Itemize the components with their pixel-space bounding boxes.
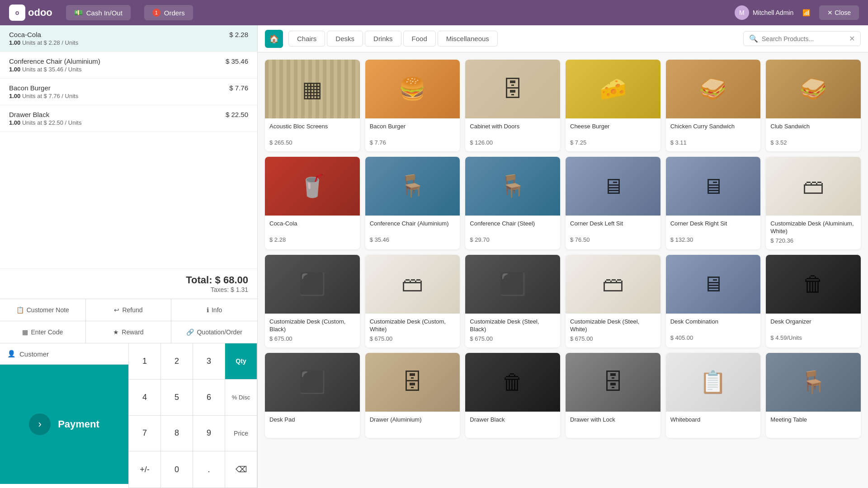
product-card[interactable]: 🪑 Meeting Table	[766, 353, 861, 438]
payment-button[interactable]: › Payment	[0, 365, 128, 484]
customer-icon: 👤	[7, 350, 16, 358]
product-info: Desk Pad	[265, 412, 360, 438]
product-image-icon: 🧀	[599, 76, 627, 102]
product-card[interactable]: ⬛ Desk Pad	[265, 353, 360, 438]
product-card[interactable]: 🗃 Customizable Desk (Steel, White) $ 675…	[566, 255, 660, 347]
product-image: 🪑	[766, 353, 861, 412]
product-image: 🗄	[365, 353, 460, 412]
numpad-key-Price[interactable]: Price	[225, 416, 257, 452]
odoo-logo-text: odoo	[28, 7, 52, 19]
close-button[interactable]: ✕ Close	[819, 5, 859, 20]
product-card[interactable]: 🗄 Drawer (Aluminium)	[365, 353, 460, 438]
order-item[interactable]: Bacon Burger 1.00 Units at $ 7.76 / Unit…	[0, 79, 257, 105]
numpad-key-6[interactable]: 6	[193, 380, 225, 416]
numpad-key-Qty[interactable]: Qty	[225, 343, 257, 380]
search-input[interactable]	[762, 35, 845, 42]
category-btn-chairs[interactable]: Chairs	[288, 31, 325, 47]
product-name: Meeting Table	[770, 416, 856, 431]
product-image: 🖥	[666, 157, 761, 216]
product-name: Customizable Desk (Steel, Black)	[470, 318, 556, 333]
product-image-icon: 🗃	[401, 272, 423, 296]
numpad-area: 👤 Customer › Payment 123Qty456% Disc789P…	[0, 343, 257, 488]
product-card[interactable]: 🗑 Drawer Black	[465, 353, 560, 438]
numpad-key-[interactable]: .	[193, 451, 225, 488]
product-card[interactable]: 🗑 Desk Organizer $ 4.59/Units	[766, 255, 861, 347]
bottom-btn-reward[interactable]: ★Reward	[86, 321, 172, 343]
action-btn-info[interactable]: ℹInfo	[171, 299, 257, 321]
product-price: $ 7.76	[370, 139, 456, 146]
product-card[interactable]: 🖥 Desk Combination $ 405.00	[666, 255, 761, 347]
numpad-key--[interactable]: +/-	[129, 451, 161, 488]
action-btn-customer-note[interactable]: 📋Customer Note	[0, 299, 86, 321]
category-btn-drinks[interactable]: Drinks	[365, 31, 401, 47]
customer-button[interactable]: 👤 Customer	[0, 343, 128, 365]
left-panel: Coca-Cola 1.00 Units at $ 2.28 / Units $…	[0, 25, 258, 488]
payment-label: Payment	[58, 418, 99, 430]
product-card[interactable]: 🪑 Conference Chair (Steel) $ 29.70	[465, 157, 560, 249]
numpad-key-0[interactable]: 0	[161, 451, 193, 488]
order-item[interactable]: Coca-Cola 1.00 Units at $ 2.28 / Units $…	[0, 25, 257, 52]
product-card[interactable]: 🥪 Club Sandwich $ 3.52	[766, 60, 861, 151]
numpad-key-[interactable]: ⌫	[225, 451, 257, 488]
numpad-key-9[interactable]: 9	[193, 416, 225, 452]
numpad-key-8[interactable]: 8	[161, 416, 193, 452]
home-button[interactable]: 🏠	[265, 30, 283, 48]
product-image-icon: 🥪	[800, 76, 827, 102]
numpad-key-1[interactable]: 1	[129, 343, 161, 380]
product-price: $ 76.50	[570, 236, 656, 243]
orders-button[interactable]: 1 Orders	[144, 5, 193, 20]
numpad-key-5[interactable]: 5	[161, 380, 193, 416]
action-btn-refund[interactable]: ↩Refund	[86, 299, 172, 321]
product-price: $ 265.50	[269, 139, 355, 146]
header: o odoo 💵 Cash In/Out 1 Orders M Mitchell…	[0, 0, 868, 25]
product-card[interactable]: 🥪 Chicken Curry Sandwich $ 3.11	[666, 60, 761, 151]
product-card[interactable]: 🥤 Coca-Cola $ 2.28	[265, 157, 360, 249]
product-card[interactable]: 🗃 Customizable Desk (Custom, White) $ 67…	[365, 255, 460, 347]
product-image: 🗑	[465, 353, 560, 412]
order-item[interactable]: Conference Chair (Aluminium) 1.00 Units …	[0, 52, 257, 79]
product-info: Meeting Table	[766, 412, 861, 438]
orders-badge: 1	[152, 9, 160, 17]
cash-inout-button[interactable]: 💵 Cash In/Out	[66, 5, 131, 20]
product-card[interactable]: ▦ Acoustic Bloc Screens $ 265.50	[265, 60, 360, 151]
product-name: Coca-Cola	[269, 220, 355, 235]
numpad-key--Disc[interactable]: % Disc	[225, 380, 257, 416]
product-card[interactable]: 🗄 Cabinet with Doors $ 126.00	[465, 60, 560, 151]
order-item[interactable]: Drawer Black 1.00 Units at $ 22.50 / Uni…	[0, 105, 257, 132]
product-info: Drawer Black	[465, 412, 560, 438]
product-image: 📋	[666, 353, 761, 412]
product-name: Cheese Burger	[570, 123, 656, 137]
bottom-btn-enter-code[interactable]: ▦Enter Code	[0, 321, 86, 343]
numpad-key-2[interactable]: 2	[161, 343, 193, 380]
category-btn-miscellaneous[interactable]: Miscellaneous	[438, 31, 498, 47]
product-image-icon: 🖥	[602, 174, 624, 199]
product-card[interactable]: 📋 Whiteboard	[666, 353, 761, 438]
search-clear-icon[interactable]: ✕	[849, 34, 855, 43]
product-image-icon: 🗄	[602, 370, 624, 394]
bottom-btn-quotation/order[interactable]: 🔗Quotation/Order	[171, 321, 257, 343]
product-name: Bacon Burger	[370, 123, 456, 137]
product-card[interactable]: 🪑 Conference Chair (Aluminium) $ 35.46	[365, 157, 460, 249]
product-card[interactable]: 🍔 Bacon Burger $ 7.76	[365, 60, 460, 151]
numpad-key-7[interactable]: 7	[129, 416, 161, 452]
numpad-key-3[interactable]: 3	[193, 343, 225, 380]
product-info: Drawer (Aluminium)	[365, 412, 460, 438]
numpad-key-4[interactable]: 4	[129, 380, 161, 416]
category-btn-desks[interactable]: Desks	[327, 31, 363, 47]
product-card[interactable]: 🖥 Corner Desk Right Sit $ 132.30	[666, 157, 761, 249]
product-price: $ 675.00	[370, 335, 456, 342]
product-price: $ 675.00	[269, 335, 355, 342]
product-card[interactable]: 🧀 Cheese Burger $ 7.25	[566, 60, 660, 151]
product-card[interactable]: ⬛ Customizable Desk (Custom, Black) $ 67…	[265, 255, 360, 347]
category-btn-food[interactable]: Food	[403, 31, 436, 47]
product-price: $ 3.11	[670, 139, 756, 146]
product-card[interactable]: 🖥 Corner Desk Left Sit $ 76.50	[566, 157, 660, 249]
product-card[interactable]: 🗄 Drawer with Lock	[566, 353, 660, 438]
product-name: Whiteboard	[670, 416, 756, 431]
product-card[interactable]: 🗃 Customizable Desk (Aluminium, White) $…	[766, 157, 861, 249]
total-amount: $ 68.00	[215, 274, 248, 286]
product-name: Cabinet with Doors	[470, 123, 556, 137]
product-card[interactable]: ⬛ Customizable Desk (Steel, Black) $ 675…	[465, 255, 560, 347]
main-layout: Coca-Cola 1.00 Units at $ 2.28 / Units $…	[0, 25, 868, 488]
product-image-icon: 🪑	[399, 174, 426, 199]
